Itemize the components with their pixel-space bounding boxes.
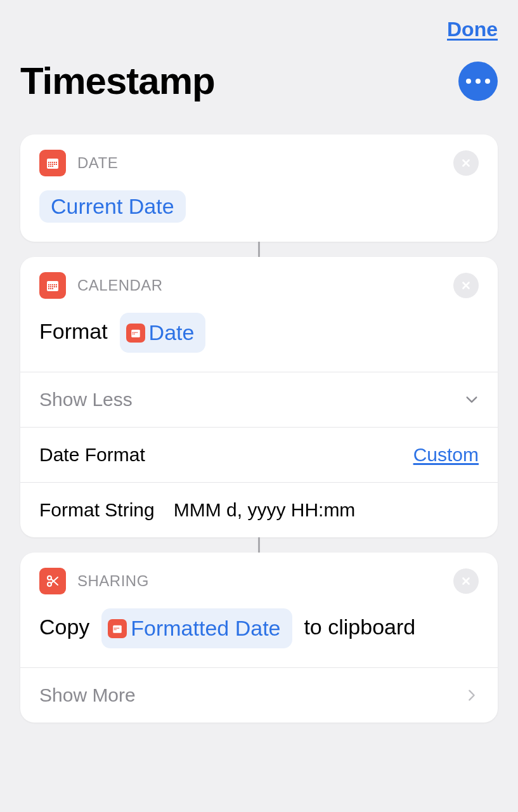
remove-action-button[interactable]: [453, 273, 479, 298]
connector-line: [258, 242, 260, 257]
svg-rect-2: [50, 162, 51, 163]
svg-rect-29: [132, 332, 133, 333]
svg-rect-21: [50, 286, 51, 287]
svg-rect-18: [54, 284, 55, 285]
svg-rect-3: [52, 162, 53, 163]
svg-rect-24: [56, 286, 57, 287]
svg-rect-7: [50, 164, 51, 165]
chevron-right-icon: [465, 688, 479, 702]
svg-rect-12: [50, 166, 51, 167]
format-string-value[interactable]: MMM d, yyyy HH:mm: [174, 499, 356, 521]
svg-rect-26: [50, 288, 51, 289]
remove-action-button[interactable]: [453, 150, 479, 176]
category-label: DATE: [77, 154, 442, 172]
calendar-icon: [126, 324, 145, 343]
expand-label: Show Less: [39, 389, 133, 410]
connector-line: [258, 537, 260, 553]
svg-rect-22: [52, 286, 53, 287]
page-title: Timestamp: [20, 59, 215, 103]
svg-rect-19: [56, 284, 57, 285]
category-label: SHARING: [77, 572, 442, 590]
calendar-icon: [39, 272, 66, 299]
svg-rect-4: [54, 162, 55, 163]
action-card-calendar: CALENDAR Format Date: [20, 257, 498, 537]
svg-rect-41: [115, 627, 117, 629]
svg-rect-16: [50, 284, 51, 285]
token-label: Formatted Date: [131, 612, 280, 645]
more-button[interactable]: [458, 62, 498, 101]
token-label: Date: [149, 317, 195, 349]
svg-rect-11: [48, 166, 49, 167]
svg-rect-34: [134, 333, 135, 334]
action-card-sharing: SHARING Copy Formatted Date: [20, 553, 498, 723]
chevron-down-icon: [465, 393, 479, 407]
svg-rect-17: [52, 284, 53, 285]
variable-token-date[interactable]: Date: [120, 313, 206, 353]
svg-rect-5: [56, 162, 57, 163]
svg-rect-33: [132, 333, 133, 334]
category-label: CALENDAR: [77, 277, 442, 294]
svg-rect-44: [114, 629, 115, 630]
expand-label: Show More: [39, 684, 136, 706]
svg-rect-25: [48, 288, 49, 289]
calendar-icon: [39, 150, 66, 176]
action-prefix: Copy: [39, 615, 89, 639]
svg-rect-32: [136, 332, 138, 333]
date-format-value[interactable]: Custom: [413, 444, 479, 466]
format-string-row[interactable]: Format String MMM d, yyyy HH:mm: [20, 482, 498, 537]
action-prefix: Format: [39, 319, 108, 343]
svg-rect-8: [52, 164, 53, 165]
svg-rect-42: [117, 627, 119, 629]
variable-token-formatted-date[interactable]: Formatted Date: [101, 608, 292, 648]
svg-rect-20: [48, 286, 49, 287]
date-format-label: Date Format: [39, 444, 145, 466]
scissors-icon: [39, 568, 66, 594]
svg-rect-40: [114, 627, 115, 629]
format-string-label: Format String: [39, 499, 155, 521]
show-more-row[interactable]: Show More: [20, 667, 498, 723]
calendar-icon: [108, 619, 127, 638]
svg-rect-45: [115, 629, 117, 630]
action-card-date: DATE Current Date: [20, 134, 498, 242]
show-less-row[interactable]: Show Less: [20, 372, 498, 427]
action-description: Copy Formatted Date to clipboard: [39, 615, 415, 639]
done-button[interactable]: Done: [447, 18, 498, 41]
date-format-row[interactable]: Date Format Custom: [20, 427, 498, 482]
svg-rect-1: [48, 162, 49, 163]
svg-rect-30: [134, 332, 135, 333]
remove-action-button[interactable]: [453, 568, 479, 594]
svg-rect-6: [48, 164, 49, 165]
action-suffix: to clipboard: [304, 615, 415, 639]
svg-rect-10: [56, 164, 57, 165]
svg-rect-31: [135, 332, 136, 333]
svg-rect-15: [48, 284, 49, 285]
svg-rect-27: [52, 288, 53, 289]
action-description: Format Date: [39, 319, 205, 343]
svg-rect-9: [54, 164, 55, 165]
svg-rect-43: [119, 627, 120, 629]
variable-token-current-date[interactable]: Current Date: [39, 190, 186, 223]
svg-rect-23: [54, 286, 55, 287]
svg-rect-13: [52, 166, 53, 167]
